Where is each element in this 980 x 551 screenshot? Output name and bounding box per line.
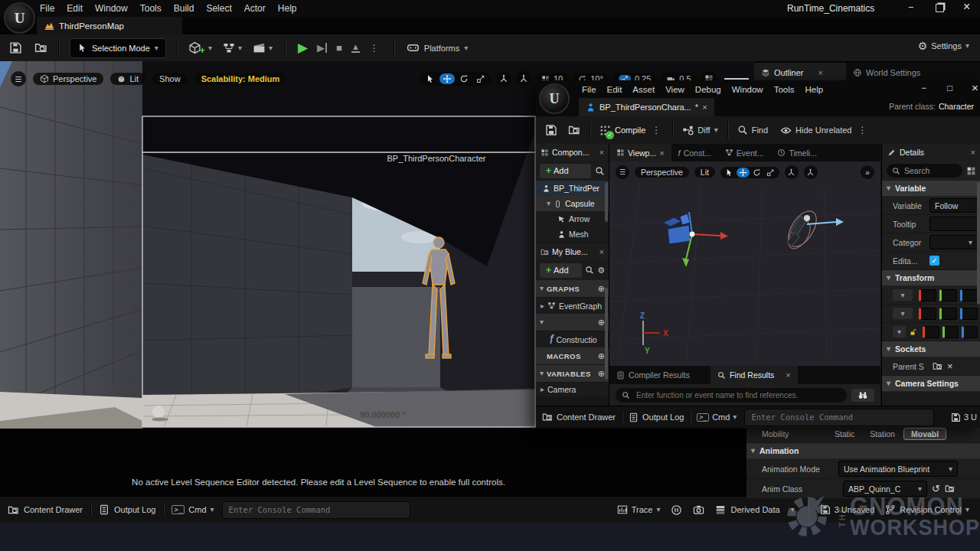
bp-move-tool-icon[interactable] (737, 168, 750, 178)
play-button[interactable]: ▶ (298, 41, 308, 54)
menu-select[interactable]: Select (203, 1, 234, 16)
bp-minimize-icon[interactable]: − (921, 83, 926, 93)
compile-button[interactable]: ✓ Compile ⋮ (599, 125, 663, 136)
bp-menu-edit[interactable]: Edit (604, 83, 626, 96)
perspective-dropdown[interactable]: Perspective (33, 73, 103, 85)
animation-section-header[interactable]: ▾Animation (746, 443, 980, 459)
location-y-field[interactable] (939, 289, 957, 302)
close-icon[interactable]: × (599, 247, 604, 256)
menu-help[interactable]: Help (275, 1, 300, 16)
diff-dropdown[interactable]: Diff ▾ (682, 125, 717, 136)
browse-to-asset-icon[interactable] (945, 484, 955, 494)
socket-browse-icon[interactable] (933, 361, 942, 371)
tab-thirdpersonmap[interactable]: ThirdPersonMap (37, 17, 182, 34)
cinematics-button[interactable]: ▾ (253, 41, 273, 54)
close-icon[interactable]: × (702, 103, 707, 112)
bp-menu-view[interactable]: View (662, 83, 688, 96)
editable-checkbox[interactable]: ✓ (929, 256, 939, 266)
screenshot-icon[interactable] (693, 504, 704, 516)
hide-unrelated-options-icon[interactable]: ⋮ (855, 125, 869, 135)
blueprints-button[interactable]: ▾ (223, 42, 242, 54)
bp-toolbar-overflow-icon[interactable]: » (861, 165, 874, 179)
bp-content-drawer-button[interactable]: Content Drawer (536, 412, 616, 422)
my-blueprint-search-icon[interactable] (585, 266, 594, 275)
components-search-icon[interactable] (595, 166, 605, 176)
bp-rotate-tool-icon[interactable] (750, 168, 763, 178)
close-icon[interactable]: × (659, 148, 664, 158)
compile-options-icon[interactable]: ⋮ (649, 125, 663, 135)
socket-clear-icon[interactable]: × (947, 360, 953, 372)
transform-section-header[interactable]: ▾Transform (882, 270, 980, 286)
step-forward-button[interactable]: ▶ (317, 43, 327, 53)
scale-y-field[interactable] (942, 326, 959, 338)
tree-item-capsule[interactable]: ▾ Capsule (536, 196, 609, 211)
find-references-input-wrap[interactable] (616, 388, 847, 403)
camera-settings-section-header[interactable]: ▾Camera Settings (882, 376, 980, 392)
location-dropdown[interactable]: ▾ (893, 289, 913, 301)
bp-menu-tools[interactable]: Tools (771, 83, 798, 96)
output-log-button[interactable]: Output Log (99, 504, 155, 515)
viewport-resize-handle[interactable] (724, 78, 749, 80)
variable-section-header[interactable]: ▾Variable (882, 181, 980, 197)
trace-dropdown[interactable]: Trace▾ (617, 504, 661, 515)
selection-mode-dropdown[interactable]: Selection Mode ▾ (70, 38, 166, 58)
location-x-field[interactable] (919, 289, 936, 302)
close-icon[interactable]: × (971, 148, 975, 157)
bp-viewport-options-button[interactable]: ☰ (616, 165, 629, 179)
revision-control-dropdown[interactable]: Revision Control▾ (885, 504, 969, 515)
mobility-stationary-button[interactable]: Station (863, 429, 902, 439)
scale-x-field[interactable] (923, 326, 939, 338)
settings-dropdown[interactable]: ⚙ Settings ▾ (918, 41, 969, 51)
surface-snap-icon[interactable] (516, 71, 531, 86)
close-icon[interactable]: × (963, 0, 970, 14)
bp-menu-file[interactable]: File (579, 83, 599, 96)
components-add-button[interactable]: + Add (540, 164, 591, 178)
use-selected-icon[interactable]: ↺ (932, 483, 940, 494)
menu-tools[interactable]: Tools (137, 1, 165, 16)
derived-data-dropdown[interactable]: Derived Data▾ (715, 504, 794, 515)
animation-mode-dropdown[interactable]: Use Animation Blueprint▾ (838, 461, 958, 477)
restore-icon[interactable] (936, 4, 944, 12)
bp-browse-button[interactable] (568, 124, 580, 136)
scalability-badge[interactable]: Scalability: Medium (194, 73, 287, 85)
bp-lit-dropdown[interactable]: Lit (694, 167, 715, 178)
eject-button[interactable]: ▲ (351, 43, 360, 53)
sockets-section-header[interactable]: ▾Sockets (882, 341, 980, 357)
bp-scene[interactable]: Z X Y (609, 183, 880, 366)
camera-category-item[interactable]: ▸ Camera (536, 383, 609, 396)
minimize-icon[interactable]: − (908, 2, 914, 13)
tab-details[interactable]: Details × (882, 144, 980, 161)
bp-scale-tool-icon[interactable] (764, 168, 777, 178)
tab-my-blueprint[interactable]: My Blue... × (536, 243, 609, 260)
stop-button[interactable]: ■ (336, 43, 342, 53)
move-tool-icon[interactable] (439, 73, 455, 84)
rotation-x-field[interactable] (919, 308, 936, 320)
play-options-icon[interactable]: ⋮ (368, 43, 381, 54)
show-dropdown[interactable]: Show (152, 73, 188, 85)
bp-menu-asset[interactable]: Asset (629, 83, 658, 96)
menu-edit[interactable]: Edit (64, 1, 86, 16)
console-input[interactable] (222, 501, 410, 519)
tree-item-root[interactable]: BP_ThirdPer (536, 181, 609, 196)
my-blueprint-settings-icon[interactable]: ⚙ (597, 266, 605, 275)
bp-perspective-dropdown[interactable]: Perspective (635, 167, 689, 178)
parent-class-value[interactable]: Character (939, 102, 974, 111)
insights-pause-icon[interactable] (671, 504, 682, 516)
add-actor-button[interactable]: + ▾ (188, 41, 212, 56)
bp-maximize-icon[interactable]: □ (947, 83, 952, 93)
bp-surface-snap-icon[interactable] (804, 165, 818, 179)
bp-cmd-dropdown[interactable]: >_ Cmd ▾ (697, 412, 737, 422)
bp-unsaved-count[interactable]: 3 U (964, 412, 977, 422)
details-search-input[interactable]: Search (887, 164, 962, 178)
binoculars-icon[interactable] (851, 389, 874, 402)
components-scrollbar[interactable] (605, 182, 608, 222)
menu-actor[interactable]: Actor (241, 1, 269, 16)
chevron-down-icon[interactable]: ▾ (547, 200, 550, 207)
functions-section-header[interactable]: ▾ ⊕ (536, 314, 609, 331)
bp-world-gizmo-icon[interactable] (785, 165, 799, 179)
find-button[interactable]: Find (737, 125, 768, 135)
scale-tool-icon[interactable] (473, 73, 488, 84)
find-references-input[interactable] (635, 390, 841, 400)
close-icon[interactable]: × (818, 68, 823, 77)
plus-circle-icon[interactable]: ⊕ (598, 351, 605, 361)
